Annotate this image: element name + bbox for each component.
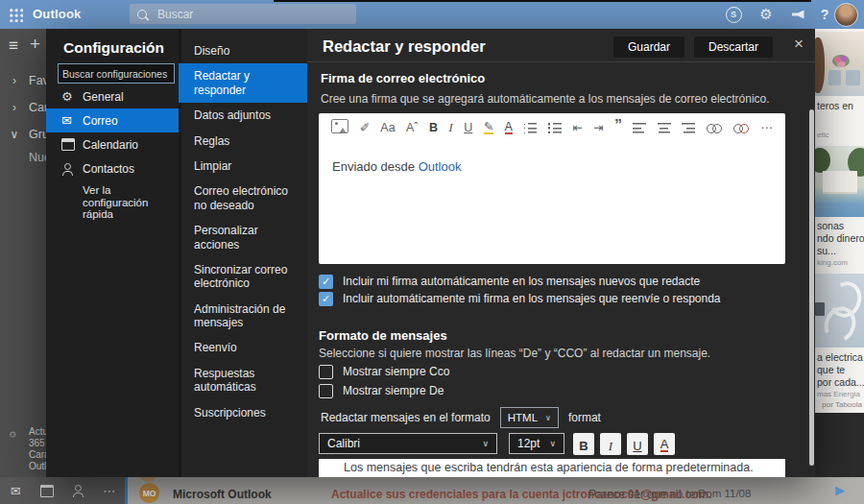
ad-image[interactable] <box>815 274 864 348</box>
section-limpiar[interactable]: Limpiar <box>179 154 307 179</box>
underline-icon[interactable]: U <box>464 120 472 133</box>
play-icon[interactable]: ▶ <box>835 483 845 497</box>
quick-settings-link[interactable]: Ver la configuración rápida <box>83 184 171 221</box>
settings-nav-correo[interactable]: ✉ Correo <box>46 108 179 132</box>
settings-gear-icon[interactable]: ⚙ <box>756 0 777 29</box>
new-item-icon[interactable]: + <box>30 34 40 55</box>
font-name-icon[interactable]: Aa <box>380 120 395 133</box>
format-heading: Formato de mensajes <box>319 328 447 343</box>
signature-description: Cree una firma que se agregará automátic… <box>321 92 770 106</box>
section-reenvio[interactable]: Reenvío <box>179 335 307 360</box>
settings-nav-contactos[interactable]: Contactos <box>46 156 179 180</box>
settings-nav-calendario[interactable]: Calendario <box>46 132 179 156</box>
divider <box>307 61 815 62</box>
user-avatar[interactable] <box>834 3 858 27</box>
app-launcher-icon[interactable] <box>9 8 23 22</box>
checkbox-unchecked[interactable] <box>319 365 333 379</box>
settings-search-input[interactable] <box>58 63 175 84</box>
italic-icon[interactable]: I <box>448 120 453 133</box>
font-color-icon[interactable]: A <box>505 119 513 134</box>
section-suscripciones[interactable]: Suscripciones <box>179 400 307 425</box>
checkbox-unchecked[interactable] <box>319 384 333 398</box>
align-center-icon[interactable] <box>658 120 671 133</box>
signature-body[interactable]: Enviado desde Outlook <box>332 159 461 174</box>
message-row[interactable]: MO Microsoft Outlook Actualice sus crede… <box>125 477 864 504</box>
message-list: Microsoft Outlook MO Microsoft Outlook A… <box>125 477 864 504</box>
section-sincronizar[interactable]: Sincronizar correo electrónico <box>179 257 307 297</box>
align-right-icon[interactable] <box>682 120 695 133</box>
ad-image[interactable] <box>815 146 864 217</box>
ad-image[interactable] <box>815 32 864 96</box>
editor-toolbar: ✐ Aa Aˆ B I U ✎ A ⇤ ⇥ ” ⋯ <box>319 119 785 134</box>
unlink-icon[interactable] <box>733 120 750 133</box>
calendar-icon <box>61 138 83 151</box>
hamburger-icon[interactable]: ≡ <box>9 36 18 56</box>
bullet-list-icon[interactable] <box>523 120 537 133</box>
default-underline-button[interactable]: U <box>627 433 648 455</box>
checkbox-checked[interactable]: ✓ <box>319 292 333 306</box>
signature-editor[interactable]: ✐ Aa Aˆ B I U ✎ A ⇤ ⇥ ” ⋯ E <box>319 113 785 264</box>
option-show-cco: Mostrar siempre Cco <box>319 363 449 380</box>
bold-icon[interactable]: B <box>429 120 438 133</box>
search-input[interactable] <box>156 7 348 22</box>
checkbox-checked[interactable]: ✓ <box>319 275 333 289</box>
highlight-icon[interactable]: ✎ <box>484 119 493 134</box>
link-icon[interactable] <box>707 120 723 133</box>
section-no-deseado[interactable]: Correo electrónico no deseado <box>179 179 307 218</box>
section-reglas[interactable]: Reglas <box>179 129 307 154</box>
chevron-right-icon[interactable]: › <box>0 101 29 114</box>
font-family-dropdown[interactable]: Calibri ∨ <box>319 433 497 454</box>
global-search[interactable] <box>130 4 356 24</box>
default-font-color-button[interactable]: A <box>654 433 675 455</box>
section-redactar[interactable]: Redactar y responder <box>179 63 307 103</box>
format-painter-icon[interactable]: ✐ <box>359 120 369 133</box>
sender-name: Microsoft Outlook <box>173 488 272 501</box>
app-brand: Outlook <box>33 7 82 21</box>
skype-icon[interactable]: S <box>723 0 744 29</box>
help-icon[interactable]: ? <box>815 0 834 29</box>
signature-heading: Firma de correo electrónico <box>321 71 485 85</box>
section-diseno[interactable]: Diseño <box>179 38 307 63</box>
discard-button[interactable]: Descartar <box>694 36 773 58</box>
settings-nav-general[interactable]: ⚙ General <box>46 84 179 108</box>
section-respuestas[interactable]: Respuestas automáticas <box>179 361 307 400</box>
close-icon[interactable]: × <box>794 35 804 54</box>
mail-module-icon[interactable]: ✉ <box>0 484 32 498</box>
outdent-icon[interactable]: ⇤ <box>572 120 582 133</box>
default-bold-button[interactable]: B <box>573 433 594 455</box>
section-administracion[interactable]: Administración de mensajes <box>179 297 307 336</box>
align-left-icon[interactable] <box>633 120 646 133</box>
format-dropdown[interactable]: HTML ∨ <box>500 407 559 428</box>
default-font-row: Calibri ∨ 12pt ∨ B I U A <box>319 432 675 455</box>
option-include-reply: ✓ Incluir automáticamente mi firma en lo… <box>319 290 721 307</box>
whats-new-icon[interactable] <box>787 0 808 29</box>
people-icon <box>61 163 83 175</box>
people-module-icon[interactable] <box>62 485 94 496</box>
app-top-bar: Outlook S ⚙ ? <box>0 0 864 29</box>
taboola-attribution[interactable]: por Taboola <box>822 400 862 409</box>
sender-avatar: MO <box>139 483 159 503</box>
font-size-dropdown[interactable]: 12pt ∨ <box>509 433 564 454</box>
numbered-list-icon[interactable] <box>548 120 562 133</box>
signature-link[interactable]: Outlook <box>419 159 462 174</box>
selection-indicator <box>125 477 128 504</box>
section-personalizar[interactable]: Personalizar acciones <box>179 218 307 257</box>
gear-icon: ⚙ <box>61 89 83 104</box>
chevron-down-icon[interactable]: ∨ <box>0 128 29 141</box>
save-button[interactable]: Guardar <box>613 36 684 58</box>
settings-nav: Configuración ⚙ General ✉ Correo Calenda… <box>46 29 179 477</box>
calendar-module-icon[interactable] <box>32 485 63 497</box>
chevron-right-icon[interactable]: › <box>0 74 29 87</box>
section-datos-adjuntos[interactable]: Datos adjuntos <box>179 103 307 128</box>
default-italic-button[interactable]: I <box>600 433 621 455</box>
chevron-down-icon: ∨ <box>549 439 556 448</box>
more-options-icon[interactable]: ⋯ <box>760 120 773 133</box>
font-size-icon[interactable]: Aˆ <box>406 120 419 133</box>
insert-image-icon[interactable] <box>331 120 348 133</box>
settings-dialog: Configuración ⚙ General ✉ Correo Calenda… <box>46 29 815 477</box>
search-icon <box>137 10 147 19</box>
indent-icon[interactable]: ⇥ <box>593 120 603 133</box>
panel-scrollbar[interactable] <box>809 109 814 466</box>
more-modules-icon[interactable]: ⋯ <box>94 484 126 498</box>
quote-icon[interactable]: ” <box>614 120 622 133</box>
